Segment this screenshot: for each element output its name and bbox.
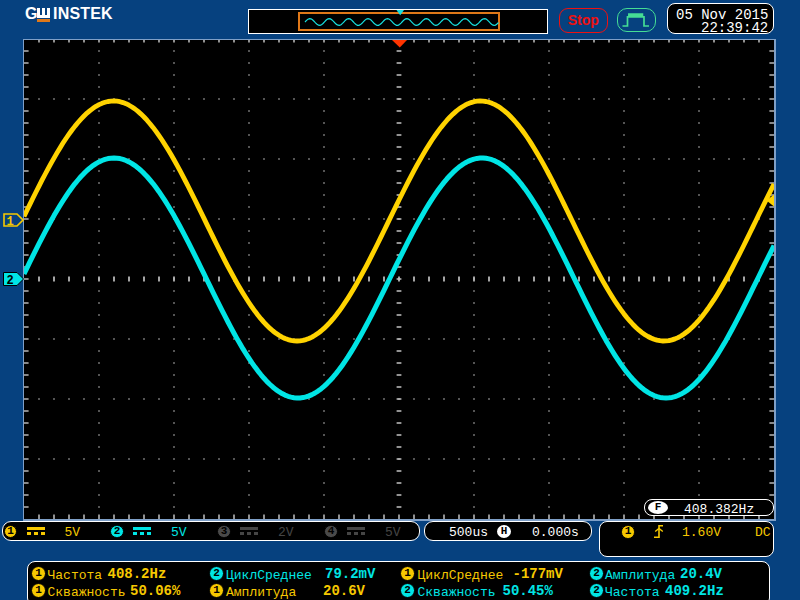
svg-text:2: 2 [6, 274, 13, 287]
svg-text:1: 1 [6, 215, 13, 228]
